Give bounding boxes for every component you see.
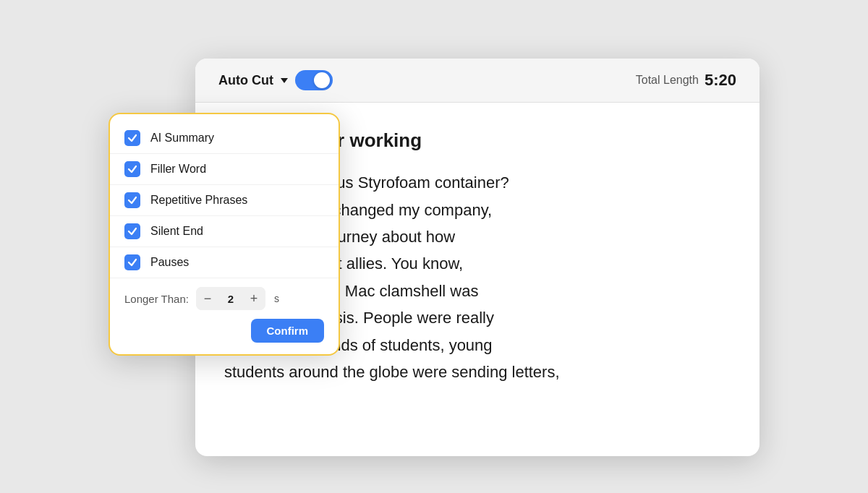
stepper-minus-button[interactable]: − — [196, 287, 219, 310]
confirm-button[interactable]: Confirm — [251, 319, 325, 343]
longer-than-label: Longer Than: — [124, 293, 189, 305]
total-length-label: Total Length — [636, 74, 699, 87]
auto-cut-label: Auto Cut — [218, 73, 273, 88]
longer-than-row: Longer Than: − 2 + s — [110, 278, 339, 316]
list-item-repetitive-phrases[interactable]: Repetitive Phrases — [110, 185, 339, 216]
label-filler-word: Filler Word — [150, 163, 206, 176]
list-item-ai-summary[interactable]: AI Summary — [110, 123, 339, 154]
editor-toolbar: Auto Cut Total Length 5:20 — [195, 59, 760, 103]
list-item-filler-word[interactable]: Filler Word — [110, 154, 339, 185]
checkbox-silent-end[interactable] — [124, 223, 140, 239]
label-silent-end: Silent End — [150, 225, 203, 238]
checkbox-ai-summary[interactable] — [124, 130, 140, 146]
list-item-silent-end[interactable]: Silent End — [110, 216, 339, 247]
total-length-value: 5:20 — [705, 71, 736, 90]
editor-line-9: students around the globe were sending l… — [224, 359, 731, 385]
checkbox-repetitive-phrases[interactable] — [124, 192, 140, 208]
confirm-row: Confirm — [110, 316, 339, 343]
auto-cut-group: Auto Cut — [218, 70, 333, 90]
scene: Auto Cut Total Length 5:20 ness case for… — [109, 37, 760, 456]
stepper-plus-button[interactable]: + — [242, 287, 265, 310]
total-length-group: Total Length 5:20 — [636, 71, 736, 90]
stepper-unit: s — [274, 293, 279, 304]
label-ai-summary: AI Summary — [150, 132, 214, 145]
chevron-down-icon[interactable] — [281, 78, 288, 83]
stepper: − 2 + — [196, 287, 265, 310]
checkbox-pauses[interactable] — [124, 254, 140, 270]
label-pauses: Pauses — [150, 256, 189, 269]
list-item-pauses[interactable]: Pauses — [110, 247, 339, 278]
auto-cut-toggle[interactable] — [295, 70, 333, 90]
stepper-value: 2 — [219, 293, 242, 305]
label-repetitive-phrases: Repetitive Phrases — [150, 194, 247, 207]
checkbox-filler-word[interactable] — [124, 161, 140, 177]
filter-popup: AI Summary Filler Word Repetitive Phrase… — [109, 113, 340, 356]
